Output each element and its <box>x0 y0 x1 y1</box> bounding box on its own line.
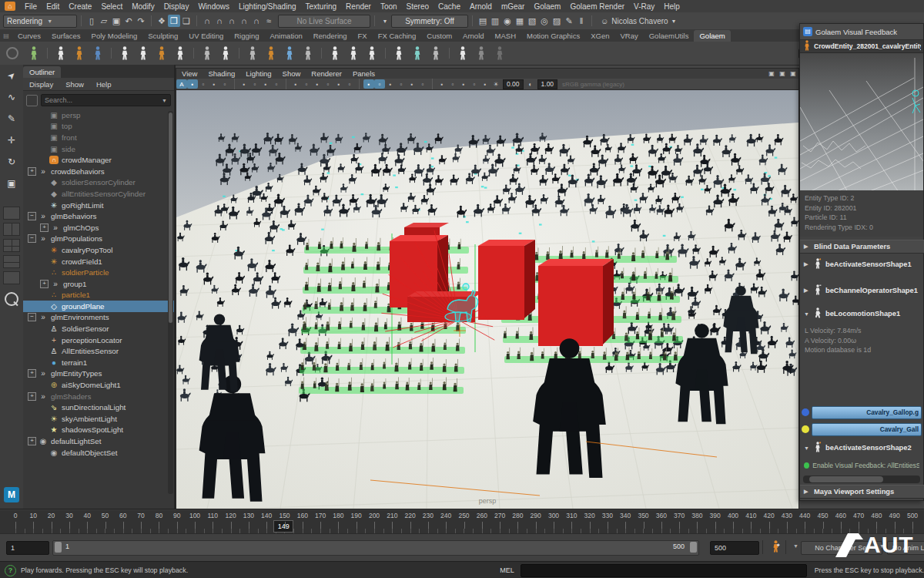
grid-icon[interactable]: ▫ <box>271 79 282 89</box>
outliner-item-front[interactable]: ▣front <box>23 132 174 143</box>
outliner-item-soldierParticle[interactable]: ∴soldierParticle <box>23 267 174 278</box>
menu-texturing[interactable]: Texturing <box>301 2 342 11</box>
expander-icon[interactable]: + <box>28 369 36 378</box>
outliner-scrollbar[interactable] <box>168 111 173 494</box>
menu-file[interactable]: File <box>20 2 42 11</box>
live-surface-field[interactable]: No Live Surface <box>278 15 370 28</box>
four-pane-layout-icon[interactable] <box>3 239 20 252</box>
outliner-item-shadowsSpotLight[interactable]: ★shadowsSpotLight <box>23 425 174 436</box>
resolution-gate-icon[interactable]: ▫ <box>301 79 312 89</box>
current-frame-indicator[interactable]: 149 <box>273 520 293 533</box>
character-file-icon[interactable] <box>89 44 107 62</box>
shelf-tab-poly-modeling[interactable]: Poly Modeling <box>86 30 143 42</box>
shelf-tab-sculpting[interactable]: Sculpting <box>142 30 183 42</box>
grease-pencil-icon[interactable]: ▪ <box>260 79 271 89</box>
menu-create[interactable]: Create <box>64 2 96 11</box>
shelf-tab-vray[interactable]: VRay <box>614 30 643 42</box>
entity-type-icon[interactable] <box>70 44 89 62</box>
crowd-manager-icon[interactable] <box>52 44 70 62</box>
expander-icon[interactable]: − <box>28 234 36 243</box>
shaded-mode-icon[interactable]: ▪ <box>458 79 469 89</box>
activate-sensor-shape1-row[interactable]: ▶ beActivateSensorShape1 <box>800 257 924 272</box>
enable-visual-feedback-row[interactable]: Enable Visual Feedback: AllEntitiesSens <box>800 459 923 472</box>
expander-icon[interactable]: + <box>28 437 36 445</box>
single-pane-layout-icon[interactable] <box>3 207 20 220</box>
pan-zoom-icon[interactable]: ▫ <box>249 79 260 89</box>
home-icon[interactable]: ⌂ <box>5 2 15 11</box>
crowd-group-icon[interactable] <box>390 44 408 62</box>
frame-ruler[interactable]: 149 010203040506070809010011012013014015… <box>0 510 924 533</box>
outliner-pane-layout-icon[interactable] <box>3 271 20 284</box>
menu-golaem[interactable]: Golaem <box>529 2 565 11</box>
snap-projected-center-icon[interactable]: ∩ <box>238 15 250 27</box>
shelf-tab-curves[interactable]: Curves <box>12 30 46 42</box>
menu-mgear[interactable]: mGear <box>497 2 530 11</box>
population-tool-icon[interactable] <box>116 44 134 62</box>
isolate-select-icon[interactable]: ▪ <box>437 79 447 89</box>
paint-select-tool-icon[interactable]: ✎ <box>3 110 20 127</box>
snap-curve-icon[interactable]: ∩ <box>213 15 226 27</box>
save-scene-icon[interactable]: ▣ <box>110 15 122 27</box>
shelf-tab-golaem[interactable]: Golaem <box>694 30 730 42</box>
viewport-3d-scene[interactable]: persp <box>176 90 798 509</box>
snap-point-icon[interactable]: ∩ <box>226 15 238 27</box>
menu-toon[interactable]: Toon <box>376 2 402 11</box>
textured-mode-icon[interactable]: ▫ <box>469 79 480 89</box>
camera-lock-icon[interactable]: ▪ <box>209 79 219 89</box>
emitter-icon[interactable] <box>152 44 171 62</box>
crowd-dim-icon[interactable] <box>490 44 509 62</box>
crowd-box-icon[interactable] <box>344 44 363 62</box>
shelf-menu-icon[interactable]: ▤ <box>0 29 12 42</box>
crowd-ghost-icon[interactable] <box>472 44 490 62</box>
outliner-item-soldierSensorCylinder[interactable]: ◆soldierSensorCylinder <box>23 177 174 189</box>
expander-icon[interactable]: − <box>28 313 36 321</box>
motion-channel-row[interactable]: Cavalry_Gallop.g <box>800 405 923 420</box>
outliner-item-glmEnvironments[interactable]: −»glmEnvironments <box>23 312 174 324</box>
menu-display[interactable]: Display <box>159 2 194 11</box>
shelf-tab-surfaces[interactable]: Surfaces <box>46 30 86 42</box>
outliner-item-crowdField1[interactable]: ✳crowdField1 <box>23 256 174 267</box>
entity-wireframe-view[interactable] <box>800 53 923 192</box>
crowd-sensor-icon[interactable] <box>408 44 427 62</box>
golaem-window-titlebar[interactable]: ▤ Golaem Visual Feedback <box>800 24 923 40</box>
open-scene-icon[interactable]: ▱ <box>98 15 110 27</box>
menu-render[interactable]: Render <box>341 2 376 11</box>
zoom-tool-icon[interactable] <box>5 292 18 306</box>
menu-arnold[interactable]: Arnold <box>465 2 497 11</box>
menu-help[interactable]: Help <box>659 2 685 11</box>
make-live-icon[interactable]: ≈ <box>263 15 275 27</box>
pop-out-icon[interactable]: ▣ <box>777 69 788 79</box>
shadows-icon[interactable]: ▫ <box>374 79 385 89</box>
outliner-item-top[interactable]: ▣top <box>23 121 174 133</box>
shelf-record-icon[interactable] <box>6 47 18 59</box>
film-gate-icon[interactable]: ▪ <box>290 79 301 89</box>
filter-icon[interactable] <box>26 95 38 106</box>
menu-v-ray[interactable]: V-Ray <box>629 2 659 11</box>
gamma-field[interactable]: 1.00 <box>537 79 558 89</box>
crowd-carry-icon[interactable] <box>363 44 381 62</box>
menu-windows[interactable]: Windows <box>193 2 234 11</box>
render-sequence-icon[interactable]: ▦ <box>514 15 526 27</box>
golaem-about-icon[interactable] <box>25 44 43 62</box>
viewport-menu-panels[interactable]: Panels <box>347 69 380 78</box>
outliner-menu-display[interactable]: Display <box>23 80 59 89</box>
lasso-tool-icon[interactable]: ∿ <box>3 89 20 106</box>
outliner-item-skyAmbientLight[interactable]: ☀skyAmbientLight <box>23 413 174 425</box>
gamma-icon[interactable]: ◐ <box>525 79 536 89</box>
render-current-frame-icon[interactable]: ▥ <box>489 15 501 27</box>
motion-channel-row[interactable]: Cavalry_Gall <box>800 422 923 437</box>
viewport-menu-show[interactable]: Show <box>277 69 306 78</box>
camera-icon[interactable]: ▫ <box>198 79 209 89</box>
pane-menu-icon[interactable]: ▣ <box>766 69 777 79</box>
outliner-item-defaultLightSet[interactable]: +◉defaultLightSet <box>23 435 174 447</box>
simulation-cache-icon[interactable] <box>198 44 216 62</box>
crowd-walk-icon[interactable] <box>216 44 235 62</box>
rotate-tool-icon[interactable]: ↻ <box>3 153 20 170</box>
shelf-tab-fx-caching[interactable]: FX Caching <box>373 30 422 42</box>
select-hierarchy-icon[interactable]: ❖ <box>156 15 168 27</box>
bookmark-icon[interactable]: ▫ <box>219 79 230 89</box>
viewport-menu-view[interactable]: View <box>176 69 203 78</box>
outliner-item-goRightLimit[interactable]: ✳goRightLimit <box>23 200 174 211</box>
outliner-item-terrain1[interactable]: ●terrain1 <box>23 357 174 368</box>
outliner-item-glmPopulations[interactable]: −»glmPopulations <box>23 234 174 245</box>
